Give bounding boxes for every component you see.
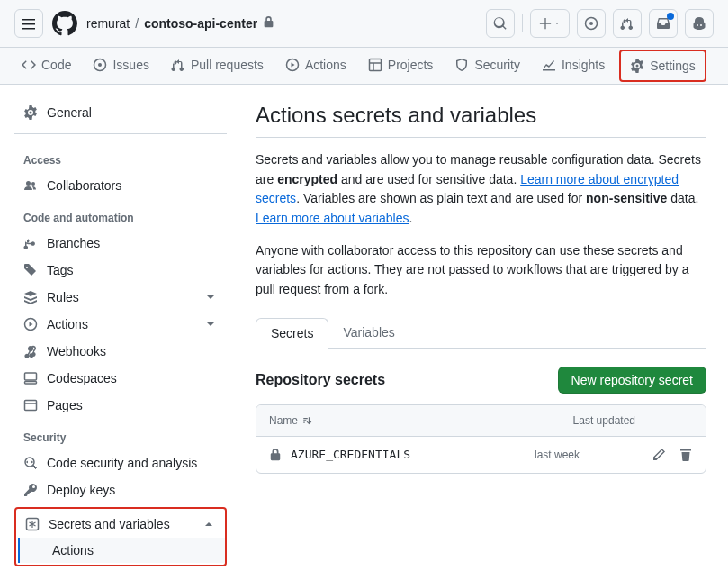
sidebar-secrets-highlight: Secrets and variables Actions — [14, 507, 227, 566]
repository-secrets-heading: Repository secrets — [256, 372, 385, 388]
gear-icon — [630, 59, 644, 73]
copilot-button[interactable] — [685, 9, 714, 38]
codespaces-icon — [23, 371, 38, 385]
chevron-down-icon — [203, 290, 218, 304]
lock-icon — [269, 449, 282, 461]
main-content: Actions secrets and variables Secrets an… — [234, 85, 728, 580]
col-updated-header: Last updated — [518, 414, 635, 427]
sidebar-secrets-variables[interactable]: Secrets and variables — [16, 511, 225, 538]
secrets-table: Name Last updated AZURE_CREDENTIALS last… — [256, 404, 706, 474]
issue-opened-icon — [93, 58, 107, 72]
page-title: Actions secrets and variables — [256, 103, 706, 138]
tabs: Secrets Variables — [256, 318, 706, 349]
sidebar-tags[interactable]: Tags — [14, 257, 227, 284]
nav-security[interactable]: Security — [447, 49, 527, 83]
notification-dot — [667, 13, 674, 20]
github-icon — [52, 11, 77, 36]
key-icon — [23, 483, 38, 497]
search-icon — [493, 16, 508, 31]
settings-sidebar: General Access Collaborators Code and au… — [0, 85, 234, 580]
page-description-2: Anyone with collaborator access to this … — [256, 241, 706, 300]
sidebar-general[interactable]: General — [14, 99, 227, 126]
sidebar-pages[interactable]: Pages — [14, 392, 227, 419]
sidebar-actions[interactable]: Actions — [14, 311, 227, 338]
stack-icon — [23, 290, 38, 304]
breadcrumb-sep: / — [135, 16, 139, 31]
sidebar-rules[interactable]: Rules — [14, 284, 227, 311]
chevron-down-icon — [203, 317, 218, 331]
breadcrumb-owner[interactable]: remurat — [86, 16, 130, 31]
notifications-button[interactable] — [649, 9, 678, 38]
caret-down-icon — [553, 20, 561, 27]
code-icon — [22, 58, 36, 72]
nav-insights[interactable]: Insights — [535, 49, 612, 83]
col-name-header[interactable]: Name — [269, 414, 518, 427]
create-new-button[interactable] — [530, 9, 570, 38]
search-button[interactable] — [486, 9, 515, 38]
sidebar-code-auto-heading: Code and automation — [14, 199, 227, 230]
nav-projects[interactable]: Projects — [361, 49, 441, 83]
key-asterisk-icon — [25, 517, 40, 531]
github-logo[interactable] — [50, 9, 79, 38]
git-pull-request-icon — [620, 16, 634, 31]
browser-icon — [23, 398, 38, 412]
sidebar-deploy-keys[interactable]: Deploy keys — [14, 476, 227, 503]
nav-actions[interactable]: Actions — [278, 49, 354, 83]
sidebar-codespaces[interactable]: Codespaces — [14, 365, 227, 392]
people-icon — [23, 178, 38, 193]
copilot-icon — [692, 16, 706, 31]
new-repository-secret-button[interactable]: New repository secret — [558, 367, 706, 394]
codescan-icon — [23, 456, 38, 470]
tab-secrets[interactable]: Secrets — [256, 318, 328, 349]
git-branch-icon — [23, 236, 38, 250]
tag-icon — [23, 263, 38, 277]
secret-row: AZURE_CREDENTIALS last week — [256, 437, 706, 473]
page-description-1: Secrets and variables allow you to manag… — [256, 150, 706, 229]
sidebar-collaborators[interactable]: Collaborators — [14, 172, 227, 199]
issue-icon — [584, 16, 598, 31]
nav-issues[interactable]: Issues — [85, 49, 156, 83]
link-variables[interactable]: Learn more about variables — [256, 211, 409, 225]
hamburger-menu[interactable] — [14, 9, 43, 38]
chevron-up-icon — [202, 517, 216, 531]
sidebar-access-heading: Access — [14, 141, 227, 172]
separator — [522, 14, 523, 32]
svg-point-1 — [589, 22, 593, 25]
play-icon — [285, 58, 300, 72]
repo-nav: Code Issues Pull requests Actions Projec… — [0, 48, 728, 85]
nav-pulls[interactable]: Pull requests — [164, 49, 271, 83]
secret-updated: last week — [535, 449, 652, 461]
breadcrumb: remurat / contoso-api-center — [86, 16, 274, 31]
svg-rect-8 — [25, 382, 37, 385]
edit-icon[interactable] — [652, 448, 666, 462]
svg-point-3 — [98, 63, 102, 67]
issues-button[interactable] — [577, 9, 606, 38]
tab-variables[interactable]: Variables — [328, 318, 409, 348]
play-icon — [23, 317, 38, 331]
delete-icon[interactable] — [679, 448, 693, 462]
sidebar-code-security[interactable]: Code security and analysis — [14, 449, 227, 476]
lock-icon — [263, 16, 274, 31]
sidebar-branches[interactable]: Branches — [14, 230, 227, 257]
gear-icon — [23, 105, 38, 120]
sort-icon — [301, 415, 312, 426]
svg-rect-5 — [369, 59, 381, 71]
pulls-button[interactable] — [613, 9, 642, 38]
svg-rect-7 — [25, 373, 37, 380]
nav-settings[interactable]: Settings — [619, 50, 706, 82]
plus-icon — [539, 17, 552, 30]
sidebar-secrets-sub-actions[interactable]: Actions — [18, 538, 225, 563]
graph-icon — [542, 58, 556, 72]
git-pull-request-icon — [171, 58, 185, 72]
shield-icon — [454, 58, 469, 72]
nav-code[interactable]: Code — [14, 49, 78, 83]
secret-name: AZURE_CREDENTIALS — [291, 448, 410, 461]
sidebar-security-heading: Security — [14, 419, 227, 449]
svg-rect-9 — [25, 401, 37, 411]
hamburger-icon — [22, 16, 36, 31]
breadcrumb-repo[interactable]: contoso-api-center — [144, 16, 257, 31]
table-icon — [368, 58, 382, 72]
webhook-icon — [23, 344, 38, 358]
sidebar-webhooks[interactable]: Webhooks — [14, 338, 227, 365]
